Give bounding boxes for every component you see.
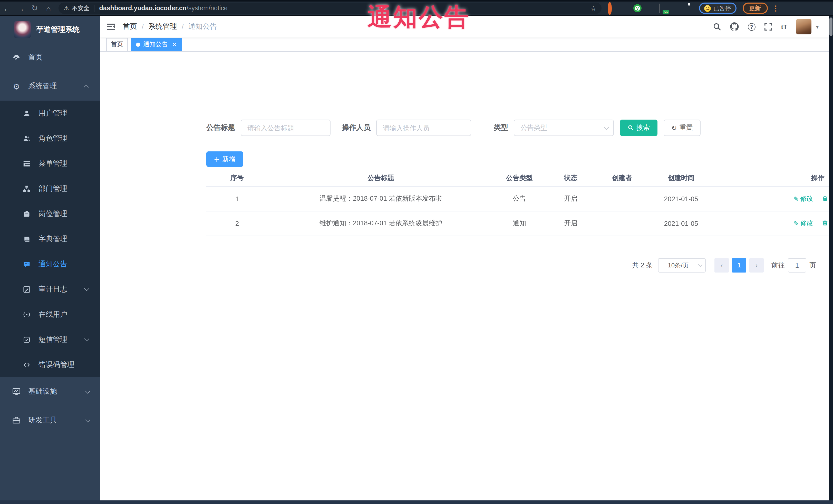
- col-creator: 创建者: [596, 170, 648, 186]
- sidebar-item-label: 基础设施: [28, 387, 57, 396]
- add-button[interactable]: 新增: [206, 151, 243, 167]
- chevron-down-icon: [698, 263, 703, 267]
- browser-reload-icon[interactable]: ↻: [28, 4, 42, 13]
- edit-link[interactable]: ✎修改: [793, 219, 813, 228]
- sidebar-item-label: 审计日志: [39, 285, 67, 294]
- sidebar-item-error-codes[interactable]: 错误码管理: [0, 352, 100, 377]
- hamburger-icon[interactable]: [107, 23, 115, 30]
- url-host[interactable]: dashboard.yudao.iocoder.cn: [99, 5, 187, 12]
- cell-no: 2: [206, 211, 268, 236]
- extension-drop-icon[interactable]: [620, 4, 629, 12]
- address-bar[interactable]: ⚠ 不安全 dashboard.yudao.iocoder.cn /system…: [58, 3, 601, 14]
- sidebar-logo-row[interactable]: 芋道管理系统: [0, 16, 100, 43]
- tag-close-icon[interactable]: ×: [172, 41, 176, 48]
- cell-creator: [596, 211, 648, 236]
- page-size-select[interactable]: 10条/页: [658, 258, 706, 272]
- page-suffix-label: 页: [809, 261, 816, 270]
- sidebar-item-label: 系统管理: [28, 81, 57, 91]
- breadcrumb: 首页 / 系统管理 / 通知公告: [123, 22, 217, 31]
- table-row: 1 温馨提醒：2018-07-01 若依新版本发布啦 公告 开启 2021-01…: [206, 186, 833, 211]
- tag-label: 通知公告: [143, 40, 168, 49]
- sidebar-item-users[interactable]: 用户管理: [0, 101, 100, 126]
- sidebar-item-audit-log[interactable]: 审计日志: [0, 277, 100, 302]
- notice-title-input[interactable]: [241, 120, 331, 136]
- sidebar-submenu-system: 用户管理 角色管理 菜单管理 部门管理 岗位管理 字典管理: [0, 101, 100, 377]
- cell-actions: ✎修改 删除: [714, 186, 833, 211]
- sidebar-item-home[interactable]: 首页: [0, 43, 100, 72]
- address-divider: [94, 5, 95, 11]
- sidebar-item-online-users[interactable]: 在线用户: [0, 302, 100, 327]
- trash-icon: [822, 195, 828, 201]
- next-page-button[interactable]: ›: [749, 258, 764, 272]
- extension-y-icon[interactable]: y: [633, 4, 642, 12]
- sidebar-item-posts[interactable]: 岗位管理: [0, 201, 100, 226]
- not-secure-label[interactable]: 不安全: [72, 4, 90, 12]
- search-button[interactable]: 搜索: [620, 120, 658, 136]
- search-icon: [628, 125, 634, 131]
- sidebar-item-sms[interactable]: 短信管理: [0, 327, 100, 352]
- page-1-button[interactable]: 1: [732, 258, 746, 272]
- top-navbar: 首页 / 系统管理 / 通知公告 ? tT ▾: [100, 16, 829, 38]
- profile-paused-label: 已暂停: [713, 4, 731, 12]
- cell-creator: [596, 186, 648, 211]
- cell-actions: ✎修改 删除: [714, 211, 833, 236]
- tag-notice-active[interactable]: 通知公告 ×: [131, 38, 182, 51]
- operator-label: 操作人员: [342, 123, 371, 133]
- avatar-caret-down-icon[interactable]: ▾: [816, 24, 818, 29]
- cell-status: 开启: [545, 211, 596, 236]
- sidebar-item-notice[interactable]: 通知公告: [0, 251, 100, 277]
- help-icon[interactable]: ?: [747, 23, 755, 30]
- bookmark-star-icon[interactable]: ☆: [591, 4, 596, 12]
- user-avatar[interactable]: [796, 19, 811, 34]
- font-size-icon[interactable]: tT: [781, 23, 787, 30]
- goto-page-input[interactable]: [788, 258, 806, 272]
- browser-back-icon[interactable]: ←: [0, 4, 14, 13]
- sidebar-item-label: 用户管理: [39, 109, 67, 118]
- active-tag-dot: [136, 42, 140, 46]
- sidebar-item-roles[interactable]: 角色管理: [0, 126, 100, 151]
- scrollbar-thumb[interactable]: [829, 18, 832, 36]
- github-icon[interactable]: [730, 22, 739, 31]
- sidebar-item-dict[interactable]: 字典管理: [0, 226, 100, 251]
- message-bubble-icon: [21, 261, 33, 268]
- col-created: 创建时间: [648, 170, 714, 186]
- sidebar-item-dev-tools[interactable]: 研发工具: [0, 406, 100, 435]
- extension-ring-icon[interactable]: [608, 4, 616, 12]
- edit-link[interactable]: ✎修改: [793, 194, 813, 203]
- sidebar-item-departments[interactable]: 部门管理: [0, 176, 100, 201]
- edit-icon: ✎: [793, 220, 799, 227]
- browser-menu-dots-icon[interactable]: ⋮: [772, 4, 779, 12]
- profile-paused-chip[interactable]: 已暂停: [699, 3, 736, 14]
- fullscreen-icon[interactable]: [764, 23, 772, 31]
- type-select[interactable]: 公告类型: [514, 120, 614, 136]
- sidebar-item-infrastructure[interactable]: 基础设施: [0, 377, 100, 406]
- browser-update-button[interactable]: 更新: [742, 3, 767, 14]
- notice-table: 序号 公告标题 公告类型 状态 创建者 创建时间 操作 1 温馨提醒：2018-…: [206, 170, 833, 236]
- extension-leaf-icon[interactable]: [672, 4, 680, 12]
- browser-home-icon[interactable]: ⌂: [42, 4, 55, 13]
- breadcrumb-separator: /: [182, 23, 184, 31]
- header-search-icon[interactable]: [713, 23, 721, 31]
- sidebar-item-menus[interactable]: 菜单管理: [0, 151, 100, 176]
- sidebar-item-label: 首页: [28, 53, 43, 62]
- url-path[interactable]: /system/notice: [187, 5, 228, 12]
- plus-icon: [214, 156, 220, 162]
- browser-forward-icon[interactable]: →: [14, 4, 28, 13]
- sidebar-item-label: 错误码管理: [39, 360, 74, 369]
- browser-scrollbar[interactable]: [829, 16, 833, 504]
- tag-home[interactable]: 首页: [106, 38, 128, 51]
- sidebar-item-system[interactable]: ⚙ 系统管理: [0, 72, 100, 101]
- reset-button[interactable]: ↻ 重置: [664, 120, 700, 136]
- extensions-puzzle-icon[interactable]: [685, 4, 693, 12]
- extension-switch-icon[interactable]: on: [659, 4, 667, 12]
- log-edit-icon: [21, 286, 33, 293]
- operator-input[interactable]: [376, 120, 471, 136]
- breadcrumb-home[interactable]: 首页: [123, 22, 137, 31]
- extension-gem-icon[interactable]: [646, 4, 654, 12]
- breadcrumb-system[interactable]: 系统管理: [148, 22, 177, 31]
- app-logo: [14, 21, 31, 38]
- prev-page-button[interactable]: ‹: [714, 258, 729, 272]
- chevron-down-icon: [85, 417, 90, 422]
- sidebar-item-label: 在线用户: [39, 310, 67, 319]
- filter-form: 公告标题 操作人员 类型 公告类型 搜索 ↻ 重置: [206, 120, 700, 136]
